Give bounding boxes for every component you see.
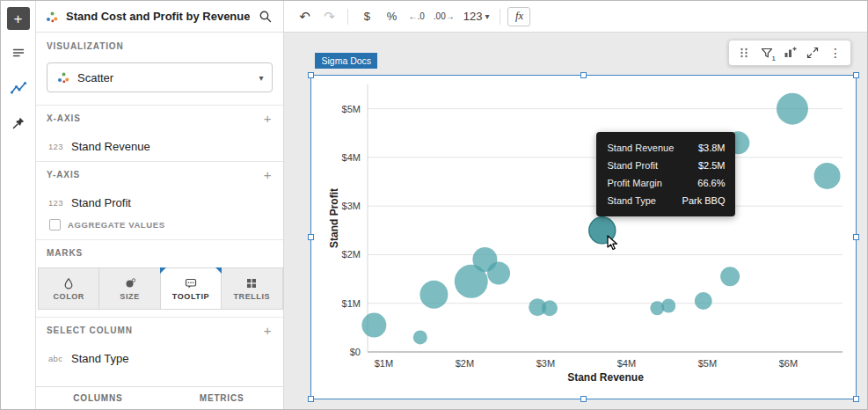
resize-handle[interactable] — [308, 72, 314, 78]
main-area: ↶ ↷ $ % ←.0 .00→ 123 ▾ fx Sigma Docs — [284, 1, 867, 409]
number-type-badge: 123 — [48, 198, 71, 208]
scatter-type-icon — [45, 10, 59, 24]
panel-body: VISUALIZATION Scatter ▾ X-AXIS + 123 Sta… — [36, 33, 283, 386]
x-axis-title: Stand Revenue — [368, 371, 842, 384]
chevron-down-icon: ▾ — [485, 11, 489, 21]
chevron-down-icon: ▾ — [259, 73, 263, 83]
tooltip-row: Stand Profit$2.5M — [607, 157, 725, 174]
marks-tab-trellis[interactable]: TRELLIS — [221, 267, 282, 310]
aggregate-values-row: AGGREGATE VALUES — [36, 217, 283, 239]
line-chart-icon — [10, 79, 27, 97]
svg-text:$5M: $5M — [342, 104, 361, 114]
resize-handle[interactable] — [853, 396, 859, 402]
trellis-icon — [245, 277, 258, 289]
resize-handle[interactable] — [853, 72, 859, 78]
svg-text:$3M: $3M — [536, 358, 555, 369]
aggregate-checkbox[interactable] — [49, 219, 61, 231]
analytics-button[interactable] — [6, 76, 31, 100]
number-type-badge: 123 — [48, 142, 71, 151]
format-toolbar: ↶ ↷ $ % ←.0 .00→ 123 ▾ fx — [284, 1, 867, 33]
filter-button[interactable]: 1 — [756, 42, 777, 63]
marks-tab-size[interactable]: SIZE — [98, 267, 160, 310]
resize-handle[interactable] — [853, 234, 859, 240]
number-format-dropdown[interactable]: 123 ▾ — [460, 5, 493, 28]
canvas: Sigma Docs 1 ⋮ — [284, 33, 867, 409]
decrease-decimal-button[interactable]: ←.0 — [405, 5, 427, 28]
panel-footer: COLUMNS METRICS — [36, 386, 283, 409]
currency-format-button[interactable]: $ — [355, 5, 378, 28]
scatter-plot[interactable]: $0$1M$2M$3M$4M$5M$1M$2M$3M$4M$5M$6M — [311, 76, 856, 399]
tooltip-icon — [185, 277, 197, 289]
expand-icon — [806, 46, 820, 60]
decrease-decimal-icon: ←.0 — [408, 11, 424, 21]
left-rail: + — [1, 1, 36, 409]
footer-tab-columns[interactable]: COLUMNS — [36, 387, 160, 409]
add-element-button[interactable]: + — [7, 7, 30, 30]
element-menu-button[interactable]: ⋮ — [825, 42, 846, 63]
tooltip-row: Stand Revenue$3.8M — [607, 139, 725, 157]
resize-handle[interactable] — [308, 396, 314, 402]
field-stand-profit[interactable]: 123 Stand Profit — [36, 187, 283, 217]
tooltip-row: Profit Margin66.6% — [607, 174, 725, 192]
add-y-axis-button[interactable]: + — [262, 168, 274, 181]
resize-handle[interactable] — [580, 72, 587, 78]
tooltip-row: Stand TypePark BBQ — [607, 192, 725, 209]
drag-handle-icon — [739, 47, 749, 59]
pin-button[interactable] — [6, 111, 31, 135]
drag-handle[interactable] — [733, 42, 755, 63]
add-child-element-button[interactable] — [779, 42, 800, 63]
percent-format-button[interactable]: % — [380, 5, 403, 28]
field-stand-revenue[interactable]: 123 Stand Revenue — [36, 131, 283, 161]
section-marks: MARKS — [36, 239, 283, 266]
increase-decimal-button[interactable]: .00→ — [430, 5, 458, 28]
visualization-select[interactable]: Scatter ▾ — [47, 62, 273, 92]
undo-icon: ↶ — [299, 10, 310, 23]
marks-tab-tooltip[interactable]: TOOLTIP — [160, 267, 222, 310]
size-icon — [124, 277, 136, 289]
svg-text:$4M: $4M — [617, 358, 636, 369]
footer-tab-metrics[interactable]: METRICS — [160, 387, 284, 409]
svg-text:$1M: $1M — [342, 298, 361, 309]
marks-tabs: COLOR SIZE TOOLTIP TRELLIS — [38, 267, 281, 310]
redo-button[interactable]: ↷ — [317, 5, 340, 28]
svg-text:$3M: $3M — [342, 201, 361, 211]
text-type-badge: abc — [48, 354, 71, 363]
y-axis-title: Stand Profit — [328, 188, 340, 248]
svg-text:$1M: $1M — [375, 358, 393, 369]
resize-handle[interactable] — [308, 234, 314, 240]
outline-icon — [11, 46, 26, 60]
add-chart-icon — [783, 46, 797, 60]
add-tooltip-column-button[interactable]: + — [262, 324, 274, 337]
left-panel: Stand Cost and Profit by Revenue VISUALI… — [36, 1, 284, 409]
marks-tab-color[interactable]: COLOR — [38, 267, 99, 310]
svg-text:$4M: $4M — [342, 152, 361, 163]
element-toolbar: 1 ⋮ — [728, 40, 851, 66]
element-tag: Sigma Docs — [315, 53, 377, 69]
undo-button[interactable]: ↶ — [293, 5, 316, 28]
filter-count-badge: 1 — [772, 55, 776, 62]
maximize-button[interactable] — [802, 42, 823, 63]
add-x-axis-button[interactable]: + — [262, 112, 274, 125]
increase-decimal-icon: .00→ — [434, 11, 455, 21]
kebab-icon: ⋮ — [829, 47, 842, 59]
chart-tooltip: Stand Revenue$3.8MStand Profit$2.5MProfi… — [596, 132, 735, 216]
formula-button[interactable]: fx — [507, 7, 530, 26]
field-stand-type[interactable]: abc Stand Type — [36, 343, 283, 373]
scatter-option-icon — [56, 70, 70, 84]
search-button[interactable] — [257, 8, 274, 26]
resize-handle[interactable] — [580, 396, 587, 402]
redo-icon: ↷ — [324, 10, 335, 23]
toolbar-divider — [500, 9, 500, 25]
search-icon — [259, 10, 273, 24]
section-y-axis: Y-AXIS + — [36, 161, 283, 187]
section-select-column: SELECT COLUMN + — [36, 317, 283, 343]
color-icon — [62, 277, 75, 289]
svg-text:$6M: $6M — [779, 358, 798, 369]
panel-title: Stand Cost and Profit by Revenue — [66, 10, 250, 23]
pin-icon — [11, 116, 26, 130]
page-outline-button[interactable] — [6, 40, 31, 65]
section-x-axis: X-AXIS + — [36, 105, 283, 131]
app-window: + Stand Cost and Profit by Revenue VISUA… — [0, 0, 868, 410]
svg-text:$5M: $5M — [698, 358, 717, 369]
chart-element[interactable]: $0$1M$2M$3M$4M$5M$1M$2M$3M$4M$5M$6M Stan… — [310, 75, 857, 399]
